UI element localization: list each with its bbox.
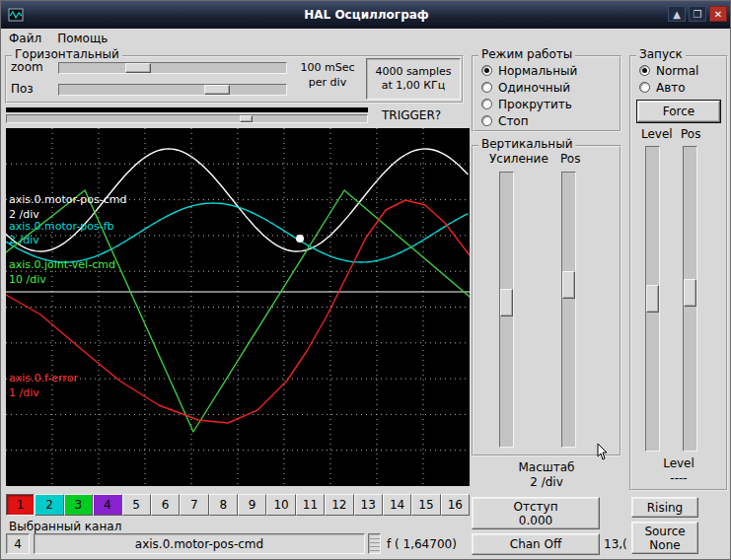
channel-button-13[interactable]: 13 — [354, 494, 383, 516]
horizontal-group: Горизонтальный zoom Поз 100 mSec per div… — [5, 55, 464, 104]
channel-button-row: 12345678910111213141516 — [6, 494, 470, 516]
vertical-group: Вертикальный Усиление Pos — [472, 145, 621, 456]
mode-radio-1[interactable]: Одиночный — [481, 79, 577, 96]
source-button[interactable]: Source None — [631, 522, 698, 554]
radio-selected-icon — [639, 65, 650, 76]
rising-button[interactable]: Rising — [631, 497, 698, 518]
trigger-group: Запуск NormalАвто Force Level Pos Level … — [629, 55, 728, 491]
selected-channel-combo[interactable]: axis.0.motor-pos-cmd — [34, 533, 365, 554]
chan-off-button[interactable]: Chan Off — [472, 533, 600, 555]
vertical-group-title: Вертикальный — [478, 138, 575, 151]
trigger-radio-label: Normal — [656, 64, 698, 78]
trigger-radio-1[interactable]: Авто — [639, 79, 698, 96]
mode-group: Режим работы НормальныйОдиночныйПрокрути… — [472, 55, 621, 132]
channel-button-1[interactable]: 1 — [6, 494, 35, 516]
channel-button-7[interactable]: 7 — [180, 494, 208, 516]
trigger-position-slider-handle[interactable] — [240, 115, 253, 122]
mode-radio-label: Нормальный — [498, 64, 577, 78]
mode-radio-2[interactable]: Прокрутить — [481, 96, 577, 112]
source-value: None — [649, 538, 680, 552]
scope-channel-label: 2 /div — [9, 234, 39, 246]
channel-button-3[interactable]: 3 — [64, 494, 93, 516]
offset-label: Отступ — [514, 500, 558, 514]
trigger-pos-slider-handle[interactable] — [684, 279, 696, 307]
trigger-radio-0[interactable]: Normal — [639, 62, 698, 79]
minimize-icon[interactable]: ▲ — [668, 6, 686, 22]
channel-button-11[interactable]: 11 — [296, 494, 325, 516]
trigger-level-slider[interactable] — [645, 146, 660, 452]
combo-grip-handle[interactable] — [368, 533, 381, 554]
window-title: HAL Осциллограф — [1, 8, 731, 22]
channel-button-5[interactable]: 5 — [122, 494, 151, 516]
scope-channel-label: axis.0.joint-vel-cmd — [9, 258, 115, 271]
scope-marker-dot — [296, 235, 304, 243]
trigger-question-label: TRIGGER? — [382, 108, 441, 122]
scope-channel-label: 10 /div — [9, 273, 46, 286]
trigger-pos-label: Pos — [681, 127, 700, 141]
mode-radio-label: Прокрутить — [498, 98, 572, 111]
trigger-position-slider[interactable] — [6, 114, 368, 123]
rate-line2: per div — [291, 75, 364, 90]
vertical-pos-slider[interactable] — [561, 172, 576, 448]
channel-button-15[interactable]: 15 — [411, 494, 440, 516]
pos-label: Поз — [11, 82, 34, 96]
gain-slider-handle[interactable] — [500, 289, 513, 316]
radio-selected-icon — [481, 65, 492, 76]
channel-button-10[interactable]: 10 — [266, 494, 295, 516]
zoom-label: zoom — [11, 60, 43, 74]
radio-icon — [639, 82, 650, 93]
radio-icon — [481, 99, 492, 109]
channel-button-2[interactable]: 2 — [35, 494, 63, 516]
mode-radio-label: Стоп — [498, 114, 529, 128]
trigger-radio-group: NormalАвто — [639, 62, 698, 96]
wave-axis.0.motor-pos-fb — [6, 203, 468, 262]
radio-icon — [481, 82, 492, 93]
frequency-readout: f ( 1,64700) — [387, 537, 457, 551]
gain-label: Усиление — [489, 152, 548, 166]
mode-radio-label: Одиночный — [498, 81, 570, 95]
radio-icon — [481, 115, 492, 126]
rate-line1: 100 mSec — [291, 60, 364, 75]
vertical-pos-slider-handle[interactable] — [562, 271, 575, 299]
channel-button-6[interactable]: 6 — [151, 494, 180, 516]
menu-bar: Файл Помощь — [1, 29, 731, 48]
zoom-slider[interactable] — [58, 62, 287, 74]
scope-canvas: axis.0.motor-pos-cmd2 /divaxis.0.motor-p… — [6, 128, 470, 486]
record-progress-bar — [6, 107, 368, 112]
scope-channel-label: 1 /div — [9, 386, 39, 399]
trigger-level-slider-handle[interactable] — [646, 285, 659, 313]
channel-button-8[interactable]: 8 — [209, 494, 238, 516]
maximize-icon[interactable]: ❐ — [689, 6, 706, 22]
offset-button[interactable]: Отступ 0.000 — [472, 497, 600, 529]
scope-channel-label: axis.0.motor-pos-fb — [9, 220, 114, 233]
scale-block: Масштаб 2 /div — [472, 460, 621, 490]
horizontal-pos-slider-handle[interactable] — [204, 85, 230, 95]
level-readout-label: Level — [631, 456, 726, 471]
scale-value: 2 /div — [472, 475, 621, 490]
channel-button-4[interactable]: 4 — [93, 494, 121, 516]
source-label: Source — [644, 525, 685, 538]
trigger-pos-slider[interactable] — [683, 146, 697, 452]
samples-line2: at 1,00 КГц — [382, 79, 446, 93]
sample-rate-label: 100 mSec per div — [291, 60, 364, 90]
channel-button-16[interactable]: 16 — [441, 494, 470, 516]
mode-group-title: Режим работы — [478, 48, 575, 61]
channel-button-14[interactable]: 14 — [383, 494, 411, 516]
channel-button-12[interactable]: 12 — [325, 494, 353, 516]
zoom-slider-handle[interactable] — [125, 63, 151, 73]
channel-button-9[interactable]: 9 — [238, 494, 266, 516]
scope-channel-label: axis.0.f-error — [9, 372, 78, 385]
trigger-group-title: Запуск — [636, 48, 686, 61]
gain-slider[interactable] — [499, 172, 514, 448]
menu-file[interactable]: Файл — [1, 30, 49, 47]
mode-radio-3[interactable]: Стоп — [481, 112, 577, 129]
mode-radio-0[interactable]: Нормальный — [481, 62, 577, 79]
horizontal-pos-slider[interactable] — [58, 84, 287, 96]
close-icon[interactable]: ✕ — [709, 6, 727, 22]
menu-help[interactable]: Помощь — [49, 30, 115, 47]
level-readout-value: ---- — [631, 471, 726, 486]
samples-display: 4000 samples at 1,00 КГц — [366, 58, 461, 100]
level-readout: Level ---- — [631, 456, 726, 486]
mouse-cursor — [597, 443, 609, 463]
force-button[interactable]: Force — [637, 101, 720, 122]
